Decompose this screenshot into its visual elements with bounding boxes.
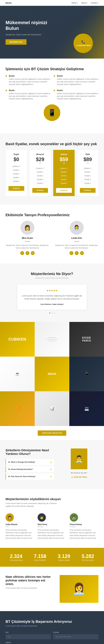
faq-profile: 👨‍💼 Bir sorunuz mu var? +1 (234) 567-891… — [60, 448, 98, 481]
feature-3-4: Özellik 4 — [80, 182, 96, 185]
team-bio-1: Sample text. Click to select the Text El… — [55, 244, 98, 249]
portfolio-item-6[interactable]: 🔶 — [0, 391, 35, 426]
lower-content-section: Nam ultrices ultrices nec tortor pulvina… — [0, 567, 104, 611]
price-features-2: Kullanıcı 1 Özellik 1 Özellik 2 Özellik … — [56, 166, 72, 185]
portfolio-section: CUBIKEN ESIDEPARIS ☕ IDEAS 📱 🔶 📊 � — [0, 322, 104, 440]
price-features-3: Kullanıcı 1 Özellik 1 Özellik 2 Özellik … — [80, 166, 96, 185]
tcard-avatar-0: 👩 — [6, 513, 14, 522]
testimonials-grid-section: Müşterilerimizin söylediklerini okuyun L… — [0, 489, 104, 548]
instagram-icon-0[interactable]: in — [31, 251, 35, 255]
it-dot-2 — [6, 90, 7, 91]
it-dot-3 — [54, 90, 55, 91]
it-item-text-1: Kaliteli, kusursuz görüntü sağlayarak, K… — [57, 78, 98, 86]
faq-question-0: 01. What is off-page link building? — [8, 461, 35, 463]
stat-number-1: 7.158 — [30, 554, 51, 559]
lower-text: Nam ultrices ultrices nec tortor pulvina… — [6, 575, 54, 603]
feature-2-4: Özellik 4 — [56, 182, 72, 185]
instagram-icon-1[interactable]: in — [80, 251, 84, 255]
twitter-icon-1[interactable]: t — [75, 251, 78, 255]
nav-link-home[interactable]: Home 1 — [72, 2, 78, 4]
tcard-name-1: Nick Perry — [38, 523, 47, 526]
nav-dot-2[interactable] — [54, 312, 55, 314]
tcard-avatar-2: 👩‍🎨 — [70, 513, 78, 522]
faq-item-0[interactable]: 01. What is off-page link building? ▲ — [6, 459, 54, 465]
twitter-icon-0[interactable]: t — [26, 251, 30, 255]
team-card-1: 👩‍💼 Linda Kim Uzman Sample text. Click t… — [55, 221, 98, 255]
faq-arrow-0: ▲ — [50, 461, 52, 463]
price-btn-3[interactable]: PLAN AL — [80, 188, 96, 193]
feature-1-2: Özellik 2 — [32, 174, 48, 178]
nav-dot-1[interactable] — [52, 312, 52, 314]
nav-link-contact[interactable]: Contact 1 — [91, 2, 98, 4]
hero-content: Mükemmel nişinizi Bulun Sample text. Cli… — [0, 12, 58, 53]
faq-arrow-1: ▼ — [50, 468, 52, 470]
nav-link-about[interactable]: About 1 — [81, 2, 88, 4]
price-btn-2[interactable]: PLAN AL — [56, 188, 72, 193]
faq-question-2: 03. Plan About for Home Painting? — [8, 476, 36, 478]
form-group-email: E-posta — [53, 631, 98, 639]
portfolio-more-button[interactable]: DAHA FAZLA BİLGİ ALIN — [38, 430, 66, 436]
price-amount-3: $89 — [80, 156, 96, 162]
pricing-section: Basit fiyatlar, esnek seçenekler ve gizl… — [0, 134, 104, 204]
testimonial-author: Lisa Hudson, Saatı müşteri — [22, 303, 82, 305]
hero-cta-button[interactable]: DEVAMINI OKU — [6, 39, 26, 45]
feature-0-4: Özellik 4 — [8, 180, 24, 183]
price-amount-2: $59 — [56, 156, 72, 162]
faq-profile-phone: +1 (234) 567-8910 — [60, 476, 98, 478]
plan-name-0: Özgür — [8, 153, 24, 156]
tcard-0: 👩 Celia Ahmed CEO Proin sed lorem sed fa… — [6, 513, 34, 540]
team-title: Ekibimizle Tanışın Profesyonellerimiz — [6, 213, 98, 217]
hero-subtitle: Sample text. Click to select the Text El… — [6, 33, 53, 36]
it-solutions-section: İşletmeniz için BT Çözüm Stratejisi Geli… — [0, 58, 104, 134]
price-btn-1[interactable]: PLAN AL — [32, 188, 48, 193]
phone-circle-icon: 📱 — [44, 104, 60, 121]
it-solutions-title: İşletmeniz için BT Çözüm Stratejisi Geli… — [6, 67, 98, 71]
facebook-icon-1[interactable]: f — [70, 251, 73, 255]
portfolio-item-4[interactable]: IDEAS — [35, 356, 69, 391]
tcard-avatar-1: 👨 — [38, 513, 46, 522]
portfolio-btn-wrap: DAHA FAZLA BİLGİ ALIN — [0, 426, 104, 440]
faq-title: Şirketlerin Dönüşümüne Nasıl Yardımcı Ol… — [6, 448, 54, 456]
portfolio-item-0[interactable]: CUBIKEN — [0, 322, 35, 356]
faq-item-2[interactable]: 03. Plan About for Home Painting? ▼ — [6, 474, 54, 480]
feature-1-1: Özellik 1 — [32, 170, 48, 174]
plan-name-1: Bireysel — [32, 153, 48, 156]
price-amount-0: $0 — [8, 156, 24, 162]
portfolio-item-8[interactable]: 💻 — [69, 391, 104, 426]
contact-subtitle: Lorem ipsum dolor sit amet consectetur. — [6, 625, 98, 627]
it-item-title-3: Başlık — [57, 89, 98, 92]
it-item-3: Başlık Kaliteli, kusursuz görüntü sağlay… — [54, 89, 98, 100]
phone-icon: 📞 — [82, 40, 85, 44]
feature-2-2: Özellik 2 — [56, 174, 72, 178]
feature-2-3: Özellik 3 — [56, 178, 72, 182]
stat-number-0: 2.324 — [6, 554, 27, 559]
feature-2-1: Özellik 1 — [56, 170, 72, 174]
portfolio-item-2[interactable]: ESIDEPARIS — [69, 322, 104, 356]
feature-0-0: Kullanıcı 1 — [8, 164, 24, 168]
testimonial-section: Müşterilerimiz Ne Diyor? Sample text. Cl… — [0, 263, 104, 322]
price-features-1: Kullanıcı 1 Özellik 1 Özellik 2 Özellik … — [32, 166, 48, 185]
it-item-0: Başlık Kaliteli, kusursuz görüntü sağlay… — [6, 75, 50, 86]
price-btn-0[interactable]: PLAN AL — [8, 186, 24, 191]
stat-label-3: Bir fincan kahve — [78, 559, 98, 561]
form-label-email: E-posta — [53, 631, 98, 633]
faq-item-1[interactable]: 02. House Painting Essentials? ▼ — [6, 466, 54, 472]
email-input[interactable] — [53, 634, 98, 639]
price-label-2: 18 — [56, 162, 72, 164]
form-group-name: İsim — [6, 631, 51, 639]
navbar: Marka Home 1 About 1 Contact 1 — [0, 0, 104, 6]
portfolio-item-1[interactable] — [35, 322, 69, 356]
nav-dot-0[interactable] — [49, 312, 50, 314]
portfolio-item-5[interactable]: 📱 — [69, 356, 104, 391]
faq-arrow-2: ▼ — [50, 476, 52, 478]
it-item-content-1: Başlık Kaliteli, kusursuz görüntü sağlay… — [57, 75, 98, 86]
name-input[interactable] — [6, 634, 51, 639]
it-item-title-0: Başlık — [9, 75, 50, 77]
portfolio-item-3[interactable]: ☕ — [0, 356, 35, 391]
testimonial-nav — [6, 312, 98, 314]
facebook-icon-0[interactable]: f — [20, 251, 24, 255]
tcard-role-0: CEO — [6, 526, 9, 528]
feature-3-2: Özellik 2 — [80, 174, 96, 178]
portfolio-item-7[interactable]: 📊 — [35, 391, 69, 426]
pricing-card-2: İşletme $59 18 Kullanıcı 1 Özellik 1 Öze… — [53, 150, 75, 196]
